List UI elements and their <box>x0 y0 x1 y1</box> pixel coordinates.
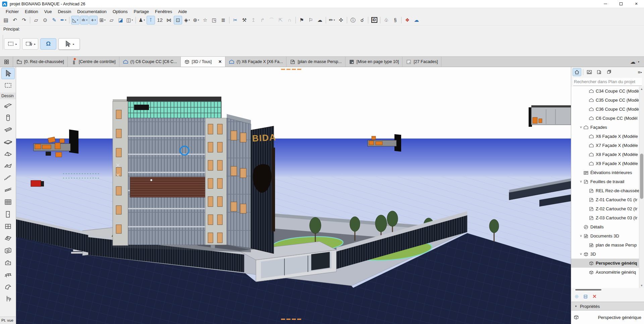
marquee-options-button[interactable]: ▸ <box>4 38 20 50</box>
window-tool[interactable] <box>1 221 15 232</box>
toolbar-separator[interactable]: ▾ <box>30 17 30 23</box>
tab-mise-en-page-type-10[interactable]: [Mise en page type 10] ✕ <box>345 57 402 67</box>
tab-overview-button[interactable] <box>0 57 13 67</box>
navigator-item[interactable]: ˅ Z-01 Cartouche 01 (Ir <box>571 195 639 204</box>
menu-item[interactable]: Options <box>110 9 131 14</box>
inject-parameters-button[interactable]: ✒ ▾ <box>59 16 67 24</box>
toolbar-separator[interactable]: ▾ <box>368 17 368 23</box>
pickup-parameters-button[interactable]: ✎ ▾ <box>50 16 58 24</box>
navigator-menu-button[interactable]: ≡▸ <box>638 70 643 75</box>
scroll-down-icon[interactable]: ▼ <box>639 284 644 287</box>
tab-plan-de-masse[interactable]: [plan de masse Persp... ✕ <box>286 57 345 67</box>
wall-tool[interactable] <box>1 100 15 111</box>
teamwork-button[interactable]: ❖ ▾ <box>403 16 412 24</box>
minimize-button[interactable] <box>598 0 613 8</box>
toolbar-separator[interactable]: ▾ <box>380 17 380 23</box>
toolbar-separator[interactable]: ▾ <box>229 17 229 23</box>
grid-snap-button[interactable]: ⊞ ▾ <box>98 16 107 24</box>
resize-button[interactable]: ⇱ ▾ <box>276 16 285 24</box>
hscrollbar-thumb[interactable] <box>575 289 601 290</box>
reference-button[interactable]: ◪ ▾ <box>116 16 125 24</box>
menu-item[interactable]: Fenêtres <box>152 9 175 14</box>
navigator-item[interactable]: ˅ Z-02 Cartouche 02 (Ir <box>571 204 639 213</box>
navigator-item[interactable]: ˅ X8 Façade X (Modèle <box>571 150 639 159</box>
align-button[interactable]: ↥ ▾ <box>249 16 258 24</box>
navigator-search-input[interactable] <box>573 78 642 86</box>
navigator-item[interactable]: ˅ plan de masse Persp <box>571 240 639 250</box>
beam-tool[interactable] <box>1 124 15 136</box>
tab-x6-facade-x[interactable]: (!) X6 Façade X [X6 Fa... ✕ <box>225 57 286 67</box>
view-settings-button[interactable]: ⊟ <box>584 293 588 300</box>
split-button[interactable]: ✂ ▾ <box>231 16 239 24</box>
profile-button[interactable]: ♟ ▾ <box>138 16 146 24</box>
toolbar-separator[interactable]: ▾ <box>347 17 347 23</box>
project-map-button[interactable] <box>573 68 581 76</box>
toolbar-separator[interactable]: ▾ <box>69 17 69 23</box>
menu-item[interactable]: Partage <box>130 9 152 14</box>
navigator-item[interactable]: ˅ REL Rez-de-chaussée <box>571 186 639 195</box>
navigator-item[interactable]: ˅ Documents 3D <box>571 231 639 240</box>
coordinates-button[interactable]: ⌖ ▾ <box>89 16 98 24</box>
navigator-item[interactable]: ˅ Z-03 Cartouche 03 (Ir <box>571 213 639 222</box>
location-button[interactable]: ☌ ▾ <box>358 16 366 24</box>
stair-tool[interactable] <box>1 172 15 184</box>
figure-button[interactable]: ◳ ▾ <box>210 16 218 24</box>
navigator-item[interactable]: ˅ X6 Façade X (Modèle <box>571 132 639 141</box>
toolbar-separator[interactable]: ▾ <box>296 17 296 23</box>
stretch-button[interactable]: ⋈ ▾ <box>165 16 173 24</box>
navigator-item[interactable]: ˅ Feuilles de travail <box>571 177 639 186</box>
navigator-item[interactable]: ˅ Élévations intérieures <box>571 168 639 177</box>
navigator-item[interactable]: ˅ Axonométrie génériq <box>571 268 639 277</box>
find-select-button[interactable]: ⊙ ▾ <box>41 16 49 24</box>
id-button[interactable]: ID ▾ <box>370 16 378 24</box>
selection-grid-button[interactable]: ⊡ ▾ <box>174 16 182 24</box>
fillet-button[interactable]: ⌒ ▾ <box>267 16 276 24</box>
add-view-button[interactable]: ⊕ <box>575 293 579 300</box>
pen-sets-button[interactable]: ✏ ▾ <box>328 16 336 24</box>
favorites-button[interactable]: ☆ ▾ <box>201 16 209 24</box>
tab-27-facades[interactable]: [27 Facades] ✕ <box>402 57 441 67</box>
mesh-tool[interactable] <box>1 269 15 280</box>
opening-tool[interactable] <box>1 245 15 256</box>
column-tool[interactable] <box>1 112 15 123</box>
trace-button[interactable]: ▱ ▾ <box>107 16 116 24</box>
redo-button[interactable]: ↷ ▾ <box>20 16 28 24</box>
navigator-item[interactable]: ˅ Détails <box>571 222 639 231</box>
shell-tool[interactable] <box>1 160 15 172</box>
morph-tool[interactable] <box>1 281 15 292</box>
close-button[interactable]: ✕ <box>629 0 644 8</box>
navigator-item[interactable]: ˅ 3D <box>571 250 639 259</box>
menu-item[interactable]: Vue <box>41 9 55 14</box>
menu-item[interactable]: Fichier <box>3 9 22 14</box>
toolbar-separator[interactable]: ▾ <box>401 17 401 23</box>
delete-view-button[interactable]: ✕ <box>592 293 597 300</box>
revision-button[interactable]: ⊛ ▾ <box>192 16 200 24</box>
tab-rez-de-chaussee[interactable]: [0. Rez-de-chaussée] ✕ <box>13 57 68 67</box>
layout-book-button[interactable] <box>595 68 603 76</box>
close-tab-button[interactable]: ✕ <box>218 59 222 64</box>
frame-button[interactable]: ◫ ▾ <box>125 16 134 24</box>
trim-button[interactable]: ↱ ▾ <box>258 16 267 24</box>
scrollbar-thumb[interactable] <box>640 154 643 199</box>
paint-button[interactable]: ✣ ▾ <box>337 16 345 24</box>
tab-centre-de-controle[interactable]: [Centre de contrôle] ✕ <box>68 57 119 67</box>
navigator-item[interactable]: ˅ C6 Coupe CC (Modèl <box>571 114 639 123</box>
menu-item[interactable]: Edition <box>22 9 41 14</box>
menu-item[interactable]: Aide <box>175 9 190 14</box>
flag-list-button[interactable]: ⚐ ▾ <box>307 16 315 24</box>
furniture-tool[interactable] <box>1 293 15 305</box>
snap-guides-button[interactable]: ≐ ▾ <box>80 16 89 24</box>
info-button[interactable]: ⓘ ▾ <box>349 16 357 24</box>
clip-button[interactable]: § ▾ <box>391 16 399 24</box>
toolbar-separator[interactable]: ▾ <box>136 17 136 23</box>
layers-button[interactable]: ≣ ▾ <box>219 16 227 24</box>
navigator-item[interactable]: ˅ X9 Façade X (Modèle <box>571 159 639 168</box>
publish-cloud-button[interactable]: ☁ ▾ <box>316 16 324 24</box>
door-tool[interactable] <box>1 209 15 220</box>
skylight-tool[interactable] <box>1 233 15 244</box>
roof-tool[interactable] <box>1 148 15 160</box>
navigator-item[interactable]: ˅ Façades <box>571 123 639 132</box>
survey-point-button[interactable]: ⊺ ▾ <box>147 16 155 24</box>
navigator-item[interactable]: ˅ C36 Coupe CC (Modè <box>571 105 639 114</box>
navigator-item[interactable]: ˅ C34 Coupe CC (Modè <box>571 87 639 96</box>
